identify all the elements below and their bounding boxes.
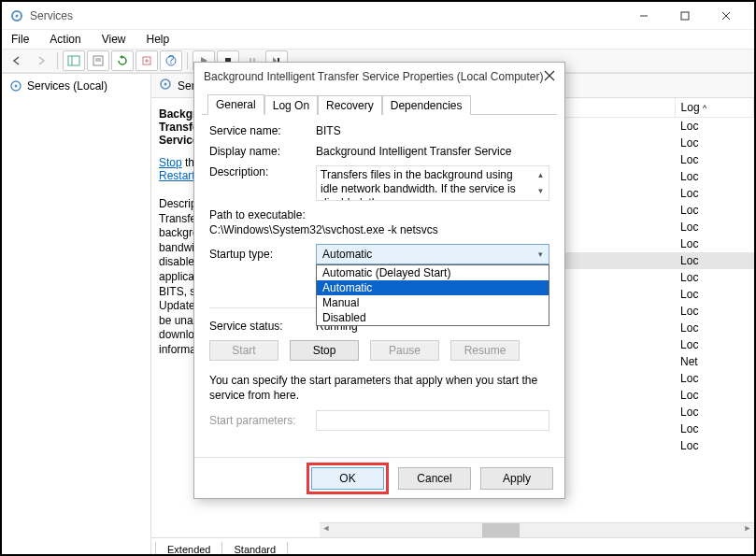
dialog-footer: OK Cancel Apply [194,457,564,498]
tab-general[interactable]: General [207,94,264,115]
tree-root[interactable]: Services (Local) [6,78,147,94]
menu-file[interactable]: File [7,32,33,47]
dialog-titlebar: Background Intelligent Transfer Service … [194,63,564,91]
show-hide-tree-button[interactable] [63,50,85,71]
startup-type-combo[interactable]: Automatic ▾ Automatic (Delayed Start)Aut… [316,244,549,264]
label-display-name: Display name: [209,145,307,158]
gear-icon [159,78,172,93]
menubar: File Action View Help [2,30,754,49]
value-display-name: Background Intelligent Transfer Service [316,145,549,158]
svg-rect-3 [681,12,689,20]
properties-dialog: Background Intelligent Transfer Service … [193,62,565,499]
titlebar: Services [2,2,754,30]
services-icon [9,8,24,23]
tab-extended[interactable]: Extended [155,542,222,556]
description-box[interactable]: Transfers files in the background using … [316,165,549,201]
svg-point-1 [16,14,19,17]
menu-action[interactable]: Action [46,32,84,47]
tree-root-label: Services (Local) [27,79,107,93]
ok-highlight: OK [307,463,389,494]
label-start-params: Start parameters: [209,414,307,427]
startup-option[interactable]: Disabled [317,310,549,325]
svg-text:?: ? [168,55,175,66]
dialog-title: Background Intelligent Transfer Service … [204,70,544,83]
start-button: Start [209,340,278,361]
tab-recovery[interactable]: Recovery [318,95,382,115]
value-path: C:\Windows\System32\svchost.exe -k netsv… [209,223,549,236]
back-button[interactable] [6,50,28,71]
startup-option[interactable]: Automatic (Delayed Start) [317,265,549,280]
menu-help[interactable]: Help [143,32,174,47]
minimize-button[interactable] [623,3,664,29]
scroll-down-icon[interactable]: ▼ [534,183,548,199]
svg-rect-6 [68,56,79,65]
value-service-name: BITS [316,124,549,137]
restart-link[interactable]: Restart [159,169,195,182]
svg-point-19 [15,85,18,88]
startup-type-dropdown[interactable]: Automatic (Delayed Start)AutomaticManual… [316,264,549,326]
tree-pane: Services (Local) [2,74,151,556]
cancel-button[interactable]: Cancel [398,467,471,490]
startup-option[interactable]: Automatic [317,280,549,295]
apply-button[interactable]: Apply [480,467,553,490]
tab-dependencies[interactable]: Dependencies [382,95,471,115]
export-button[interactable] [136,50,158,71]
horizontal-scrollbar[interactable]: ◄ ► [320,522,754,537]
dialog-close-button[interactable] [544,70,555,84]
bottom-tabs: Extended Standard [151,537,754,556]
chevron-down-icon: ▾ [538,249,543,259]
tab-standard[interactable]: Standard [221,542,288,556]
resume-button: Resume [450,340,520,361]
tab-logon[interactable]: Log On [264,95,318,115]
maximize-button[interactable] [664,3,706,29]
start-params-input [316,410,549,431]
dialog-body: Service name: BITS Display name: Backgro… [194,115,564,457]
forward-button[interactable] [30,50,52,71]
help-button[interactable]: ? [160,50,182,71]
refresh-button[interactable] [111,50,134,71]
stop-button[interactable]: Stop [290,340,359,361]
window-title: Services [30,9,623,22]
properties-button[interactable] [87,50,109,71]
label-service-status: Service status: [209,320,307,333]
close-button[interactable] [706,3,747,29]
menu-view[interactable]: View [98,32,130,47]
label-startup-type: Startup type: [209,248,307,261]
dialog-tabs: General Log On Recovery Dependencies [202,91,557,115]
start-params-hint: You can specify the start parameters tha… [209,374,549,403]
gear-icon [9,79,22,93]
col-logon[interactable]: Log ^ [675,98,753,118]
scroll-up-icon[interactable]: ▲ [534,167,548,183]
stop-link[interactable]: Stop [159,156,182,169]
startup-option[interactable]: Manual [317,295,549,310]
pause-button: Pause [370,340,439,361]
ok-button[interactable]: OK [311,467,384,490]
label-path: Path to executable: [209,208,549,221]
svg-point-21 [164,83,167,86]
label-description: Description: [209,165,307,178]
label-service-name: Service name: [209,124,307,137]
